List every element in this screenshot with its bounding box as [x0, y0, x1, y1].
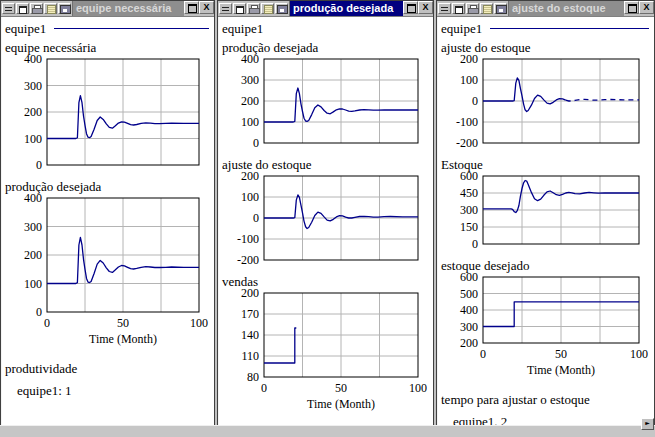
- notepad-icon[interactable]: [480, 3, 493, 14]
- svg-text:200: 200: [24, 248, 42, 262]
- window-menu-icon[interactable]: [219, 3, 232, 14]
- svg-text:500: 500: [460, 287, 478, 301]
- chart-vendas: 20017014011080050100Time (Month): [220, 289, 431, 416]
- svg-text:100: 100: [241, 190, 259, 204]
- maximize-icon: [407, 4, 416, 13]
- svg-text:300: 300: [24, 79, 42, 93]
- close-button[interactable]: X: [418, 1, 433, 14]
- graph-window-producao-desejada[interactable]: produção desejada X equipe1 produção des…: [217, 0, 434, 426]
- chart-ajuste-do-estoque: 2001000-100-200: [439, 55, 652, 155]
- svg-text:200: 200: [24, 105, 42, 119]
- window-title: ajuste do estoque: [508, 1, 624, 16]
- restore-icon[interactable]: [233, 3, 246, 14]
- svg-text:400: 400: [241, 55, 259, 66]
- close-button[interactable]: X: [639, 1, 654, 14]
- svg-text:-100: -100: [237, 232, 259, 246]
- maximize-button[interactable]: [403, 1, 418, 14]
- svg-text:200: 200: [460, 55, 478, 66]
- svg-text:150: 150: [460, 220, 478, 234]
- chart-producao-desejada: 4003002001000: [220, 55, 431, 155]
- svg-text:0: 0: [480, 347, 486, 361]
- window-title: produção desejada: [289, 1, 403, 16]
- legend-line-swatch: [54, 28, 209, 29]
- chart-title: produção desejada: [220, 38, 431, 55]
- svg-text:400: 400: [24, 194, 42, 205]
- maximize-button[interactable]: [184, 1, 199, 14]
- chart-title: estoque desejado: [439, 256, 652, 273]
- svg-text:450: 450: [460, 186, 478, 200]
- graph-window-equipe-necessaria[interactable]: equipe necessária X equipe1 equipe neces…: [0, 0, 215, 426]
- svg-text:100: 100: [460, 73, 478, 87]
- svg-text:Time (Month): Time (Month): [527, 363, 595, 377]
- titlebar[interactable]: equipe necessária X: [1, 1, 214, 17]
- chart-title: produção desejada: [3, 177, 212, 194]
- save-icon[interactable]: [58, 3, 71, 14]
- svg-text:600: 600: [460, 273, 478, 284]
- svg-text:0: 0: [261, 381, 267, 395]
- svg-text:400: 400: [460, 303, 478, 317]
- svg-text:0: 0: [253, 136, 259, 150]
- close-button[interactable]: X: [199, 1, 214, 14]
- svg-text:100: 100: [190, 316, 208, 330]
- maximize-icon: [628, 4, 637, 13]
- print-icon[interactable]: [30, 3, 43, 14]
- chart-title: ajuste do estoque: [220, 155, 431, 172]
- chart-estoque: 6004503001500: [439, 172, 652, 256]
- titlebar-toolbar: [437, 1, 508, 16]
- graph-window-ajuste-do-estoque[interactable]: ajuste do estoque X equipe1 ajuste do es…: [436, 0, 655, 426]
- legend-label: equipe1: [441, 21, 482, 37]
- svg-text:200: 200: [241, 289, 259, 300]
- variable-label: produtividade: [3, 351, 212, 377]
- save-icon[interactable]: [494, 3, 507, 14]
- svg-text:-200: -200: [456, 136, 478, 150]
- svg-text:0: 0: [36, 305, 42, 319]
- notepad-icon[interactable]: [261, 3, 274, 14]
- svg-text:50: 50: [335, 381, 347, 395]
- titlebar-toolbar: [1, 1, 72, 16]
- svg-text:100: 100: [241, 115, 259, 129]
- svg-text:300: 300: [460, 320, 478, 334]
- svg-text:Time (Month): Time (Month): [307, 397, 375, 411]
- svg-text:0: 0: [253, 211, 259, 225]
- restore-icon[interactable]: [452, 3, 465, 14]
- svg-text:300: 300: [24, 220, 42, 234]
- chart-title: Estoque: [439, 155, 652, 172]
- svg-text:100: 100: [409, 381, 427, 395]
- svg-text:0: 0: [472, 237, 478, 251]
- svg-text:50: 50: [117, 316, 129, 330]
- svg-text:100: 100: [24, 277, 42, 291]
- maximize-button[interactable]: [624, 1, 639, 14]
- svg-text:600: 600: [460, 172, 478, 183]
- status-strip: [0, 425, 655, 437]
- svg-text:400: 400: [24, 55, 42, 66]
- titlebar[interactable]: ajuste do estoque X: [437, 1, 654, 17]
- print-icon[interactable]: [247, 3, 260, 14]
- svg-text:300: 300: [241, 73, 259, 87]
- chart-producao-desejada: 4003002001000050100Time (Month): [3, 194, 212, 351]
- restore-icon[interactable]: [16, 3, 29, 14]
- variable-label: tempo para ajustar o estoque: [439, 382, 652, 408]
- print-icon[interactable]: [466, 3, 479, 14]
- legend-row: equipe1: [439, 18, 652, 38]
- save-icon[interactable]: [275, 3, 288, 14]
- titlebar[interactable]: produção desejada X: [218, 1, 433, 17]
- svg-text:110: 110: [241, 349, 259, 363]
- svg-text:0: 0: [472, 94, 478, 108]
- svg-text:300: 300: [460, 203, 478, 217]
- svg-text:0: 0: [44, 316, 50, 330]
- chart-ajuste-do-estoque: 2001000-100-200: [220, 172, 431, 272]
- svg-text:200: 200: [241, 94, 259, 108]
- notepad-icon[interactable]: [44, 3, 57, 14]
- svg-text:140: 140: [241, 328, 259, 342]
- titlebar-toolbar: [218, 1, 289, 16]
- legend-row: equipe1: [3, 18, 212, 38]
- legend-row: equipe1: [220, 18, 431, 38]
- scroll-right-button[interactable]: ►: [641, 418, 654, 430]
- chart-title: ajuste do estoque: [439, 38, 652, 55]
- window-title: equipe necessária: [72, 1, 184, 16]
- window-menu-icon[interactable]: [2, 3, 15, 14]
- svg-text:0: 0: [36, 158, 42, 172]
- chart-title: equipe necessária: [3, 38, 212, 55]
- svg-text:200: 200: [460, 336, 478, 350]
- window-menu-icon[interactable]: [438, 3, 451, 14]
